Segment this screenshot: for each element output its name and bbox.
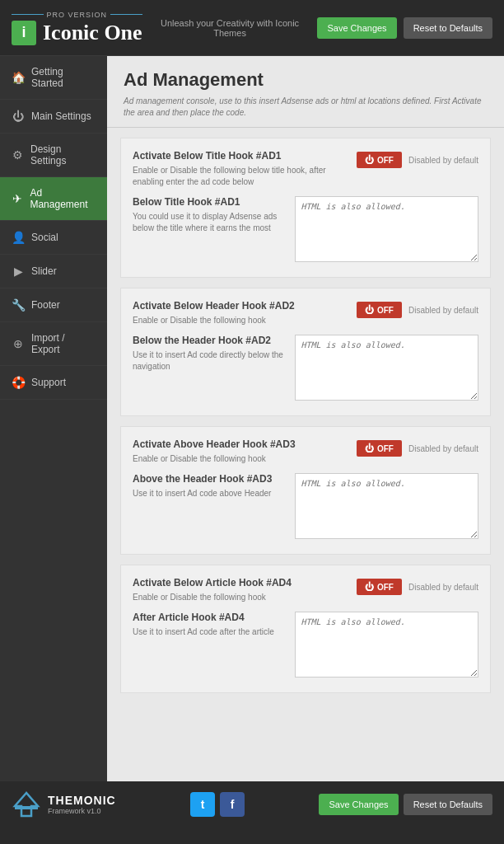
ad4-activate-left: Activate Below Article Hook #AD4 Enable … xyxy=(133,577,348,603)
footer-social: t f xyxy=(190,792,245,817)
footer-logo: THEMONIC Framework v1.0 xyxy=(12,790,116,819)
footer-buttons: Save Changes Reset to Defaults xyxy=(319,794,492,815)
ad3-activate-label: Activate Above Header Hook #AD3 xyxy=(133,438,348,450)
footer-brand: THEMONIC xyxy=(48,794,116,807)
sidebar-item-footer[interactable]: 🔧 Footer xyxy=(0,288,107,322)
ad2-toggle-button[interactable]: ⏻ OFF xyxy=(357,302,402,318)
sidebar-item-label: Slider xyxy=(31,265,57,277)
ad-section-4: Activate Below Article Hook #AD4 Enable … xyxy=(120,565,491,693)
ad2-html-sub: Use it to insert Ad code directly below … xyxy=(133,349,285,373)
social-icon: 👤 xyxy=(12,231,25,244)
power-icon: ⏻ xyxy=(365,305,374,315)
header-tagline: Unleash your Creativity with Iconic Them… xyxy=(142,18,318,38)
header-buttons: Save Changes Reset to Defaults xyxy=(317,17,492,39)
power-icon: ⏻ xyxy=(365,155,374,165)
ad3-activate-left: Activate Above Header Hook #AD3 Enable o… xyxy=(133,438,348,465)
ad1-html-left: Below Title Hook #AD1 You could use it t… xyxy=(133,196,285,234)
facebook-button[interactable]: f xyxy=(220,792,245,817)
main-content: Ad Management Ad management console, use… xyxy=(107,56,504,781)
themonic-logo-icon xyxy=(12,790,41,819)
twitter-button[interactable]: t xyxy=(190,792,215,817)
ad1-toggle-area: ⏻ OFF Disabled by default xyxy=(357,152,478,168)
sidebar-item-label: Main Settings xyxy=(31,110,91,122)
footer-framework: Framework v1.0 xyxy=(48,807,116,815)
ad3-toggle-button[interactable]: ⏻ OFF xyxy=(357,440,402,457)
ad1-html-sub: You could use it to display Adsense ads … xyxy=(133,211,285,234)
ad2-toggle-label: OFF xyxy=(377,306,394,315)
page-title: Ad Management xyxy=(124,69,488,91)
ad1-activate-sub: Enable or Disable the following below ti… xyxy=(133,165,348,188)
ad3-html-sub: Use it to insert Ad code above Header xyxy=(133,488,285,499)
power-icon: ⏻ xyxy=(365,582,374,592)
header-reset-button[interactable]: Reset to Defaults xyxy=(404,17,492,39)
sidebar-item-social[interactable]: 👤 Social xyxy=(0,221,107,255)
sidebar-item-slider[interactable]: ▶ Slider xyxy=(0,255,107,288)
ad-section-2: Activate Below Header Hook #AD2 Enable o… xyxy=(120,288,491,416)
slider-icon: ▶ xyxy=(12,265,25,278)
header-save-button[interactable]: Save Changes xyxy=(317,17,396,39)
page-description: Ad management console, use to this inser… xyxy=(124,96,488,119)
sidebar-item-support[interactable]: 🛟 Support xyxy=(0,366,107,400)
ad3-textarea-wrap xyxy=(295,473,478,542)
ad1-textarea-wrap xyxy=(295,196,478,265)
footer-save-button[interactable]: Save Changes xyxy=(319,794,398,815)
ad2-toggle-area: ⏻ OFF Disabled by default xyxy=(357,302,478,318)
ad1-activate-left: Activate Below Title Hook #AD1 Enable or… xyxy=(133,150,348,188)
sidebar-item-getting-started[interactable]: 🏠 Getting Started xyxy=(0,56,107,100)
ad1-textarea[interactable] xyxy=(295,196,478,262)
sidebar-item-import-export[interactable]: ⊕ Import / Export xyxy=(0,322,107,366)
ad2-html-row: Below the Header Hook #AD2 Use it to ins… xyxy=(133,335,478,404)
ad1-activate-row: Activate Below Title Hook #AD1 Enable or… xyxy=(133,150,478,188)
sidebar-item-label: Design Settings xyxy=(30,143,96,166)
ad4-toggle-button[interactable]: ⏻ OFF xyxy=(357,579,402,595)
ad2-activate-sub: Enable or Disable the following hook xyxy=(133,315,348,326)
ad4-disabled-text: Disabled by default xyxy=(408,583,478,592)
ad4-html-label: After Article Hook #AD4 xyxy=(133,612,285,623)
header: PRO VERSION i Iconic One Unleash your Cr… xyxy=(0,0,504,56)
ad2-disabled-text: Disabled by default xyxy=(408,306,478,315)
sidebar: 🏠 Getting Started ⏻ Main Settings ⚙ Desi… xyxy=(0,56,107,781)
ad2-activate-label: Activate Below Header Hook #AD2 xyxy=(133,300,348,312)
layout: 🏠 Getting Started ⏻ Main Settings ⚙ Desi… xyxy=(0,56,504,781)
ad-section-3: Activate Above Header Hook #AD3 Enable o… xyxy=(120,426,491,555)
ad4-textarea[interactable] xyxy=(295,612,478,678)
gear-icon: ⚙ xyxy=(12,148,24,162)
sidebar-item-ad-management[interactable]: ✈ Ad Management xyxy=(0,177,107,221)
home-icon: 🏠 xyxy=(12,71,25,84)
sidebar-item-label: Getting Started xyxy=(31,66,96,89)
page-header: Ad Management Ad management console, use… xyxy=(107,56,504,128)
sidebar-item-label: Footer xyxy=(31,299,60,311)
logo-area: PRO VERSION i Iconic One xyxy=(12,11,142,45)
ad4-toggle-area: ⏻ OFF Disabled by default xyxy=(357,579,478,595)
ad4-toggle-label: OFF xyxy=(377,583,394,592)
pro-version-label: PRO VERSION xyxy=(12,11,142,19)
footer-logo-text: THEMONIC Framework v1.0 xyxy=(48,794,116,815)
ad1-html-row: Below Title Hook #AD1 You could use it t… xyxy=(133,196,478,265)
ad3-disabled-text: Disabled by default xyxy=(408,444,478,453)
ad2-textarea-wrap xyxy=(295,335,478,404)
ad4-html-left: After Article Hook #AD4 Use it to insert… xyxy=(133,612,285,638)
sidebar-item-label: Social xyxy=(31,232,58,243)
sidebar-item-design-settings[interactable]: ⚙ Design Settings xyxy=(0,134,107,177)
footer-reset-button[interactable]: Reset to Defaults xyxy=(404,794,492,815)
logo-row: i Iconic One xyxy=(12,21,142,45)
sidebar-item-label: Import / Export xyxy=(31,332,96,355)
support-icon: 🛟 xyxy=(12,376,25,389)
sidebar-item-label: Support xyxy=(31,377,66,388)
ad3-html-left: Above the Header Hook #AD3 Use it to ins… xyxy=(133,473,285,499)
ad2-activate-left: Activate Below Header Hook #AD2 Enable o… xyxy=(133,300,348,326)
ad3-toggle-area: ⏻ OFF Disabled by default xyxy=(357,440,478,457)
ad1-html-label: Below Title Hook #AD1 xyxy=(133,196,285,208)
svg-marker-1 xyxy=(15,793,38,816)
ad3-toggle-label: OFF xyxy=(377,444,394,453)
footer-icon: 🔧 xyxy=(12,298,25,312)
ad1-toggle-button[interactable]: ⏻ OFF xyxy=(357,152,402,168)
ad3-textarea[interactable] xyxy=(295,473,478,539)
ad4-html-sub: Use it to insert Ad code after the artic… xyxy=(133,626,285,638)
footer: THEMONIC Framework v1.0 t f Save Changes… xyxy=(0,781,504,828)
ad1-disabled-text: Disabled by default xyxy=(408,156,478,165)
ad4-activate-sub: Enable or Disable the following hook xyxy=(133,592,348,603)
import-export-icon: ⊕ xyxy=(12,337,25,350)
ad2-textarea[interactable] xyxy=(295,335,478,401)
sidebar-item-main-settings[interactable]: ⏻ Main Settings xyxy=(0,100,107,134)
